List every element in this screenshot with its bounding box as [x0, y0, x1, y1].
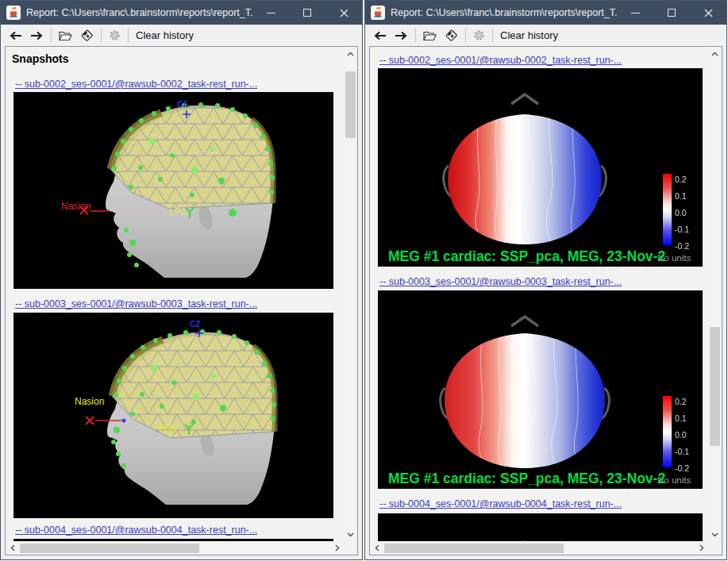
- close-icon: [340, 9, 349, 17]
- horizontal-scroll-thumb[interactable]: [384, 544, 564, 553]
- toolbar-separator: [415, 28, 416, 43]
- chevron-right-icon: [335, 544, 340, 551]
- link-sub-0004[interactable]: -- sub-0004_ses-0001/@rawsub-0004_task-r…: [379, 498, 622, 510]
- gear-icon: [109, 29, 121, 41]
- horizontal-scroll-thumb[interactable]: [20, 544, 199, 553]
- lpa-label: LPA: [169, 206, 187, 217]
- window-controls: [617, 1, 726, 25]
- maximize-icon: [668, 9, 676, 17]
- scroll-up-button[interactable]: [344, 47, 357, 60]
- back-arrow-icon: [373, 31, 387, 40]
- nasion-label: Nasion: [61, 201, 91, 212]
- svg-text:-0.1: -0.1: [675, 447, 689, 456]
- link-sub-0002[interactable]: -- sub-0002_ses-0001/@rawsub-0002_task-r…: [15, 79, 257, 90]
- toolbar: Clear history: [365, 25, 726, 46]
- svg-text:-0.1: -0.1: [675, 225, 689, 234]
- svg-text:0.2: 0.2: [675, 175, 687, 184]
- settings-button[interactable]: [469, 26, 489, 44]
- minimize-button[interactable]: [617, 1, 653, 25]
- maximize-button[interactable]: [653, 1, 690, 25]
- chevron-down-icon: [347, 532, 354, 537]
- vertical-scrollbar[interactable]: [344, 47, 357, 541]
- horizontal-scrollbar[interactable]: [6, 541, 344, 555]
- minimize-icon: [267, 13, 275, 13]
- chevron-left-icon: [375, 544, 379, 551]
- scalp-map: [448, 114, 602, 244]
- vertical-scrollbar[interactable]: [708, 47, 722, 541]
- back-button[interactable]: [369, 26, 391, 44]
- horizontal-scrollbar[interactable]: [370, 541, 708, 555]
- maximize-button[interactable]: [289, 1, 325, 25]
- scroll-down-button[interactable]: [708, 528, 722, 541]
- save-report-button[interactable]: [441, 26, 462, 44]
- scroll-right-button[interactable]: [695, 541, 708, 555]
- toolbar: Clear history: [1, 25, 362, 46]
- chevron-right-icon: [699, 544, 704, 551]
- open-folder-icon: [423, 30, 437, 41]
- svg-text:-0.2: -0.2: [675, 241, 689, 251]
- head-snapshot-sub-0002: CZ Nasion LPA: [13, 92, 333, 289]
- colorbar: [663, 174, 672, 245]
- head-snapshot-sub-0003: CZ Nasion LPA: [13, 313, 333, 518]
- forward-button[interactable]: [26, 26, 48, 44]
- settings-button[interactable]: [105, 26, 125, 44]
- scroll-down-button[interactable]: [344, 528, 357, 541]
- toolbar-separator: [101, 28, 102, 43]
- scroll-right-button[interactable]: [330, 541, 344, 555]
- minimize-button[interactable]: [252, 1, 289, 25]
- scrollbar-corner: [344, 541, 357, 555]
- java-app-icon: [6, 6, 21, 20]
- save-report-button[interactable]: [76, 26, 98, 44]
- nasion-point: [122, 419, 126, 423]
- cz-label: CZ: [190, 320, 200, 329]
- forward-arrow-icon: [30, 31, 44, 40]
- save-floppy-icon: [80, 29, 94, 42]
- forward-arrow-icon: [395, 31, 408, 40]
- page-title: Snapshots: [6, 47, 344, 65]
- gear-icon: [473, 29, 485, 41]
- svg-text:-0.2: -0.2: [675, 463, 689, 473]
- link-sub-0002[interactable]: -- sub-0002_ses-0001/@rawsub-0002_task-r…: [379, 55, 622, 67]
- window-title: Report: C:\Users\franc\.brainstorm\repor…: [391, 7, 617, 18]
- topography-snapshot-sub-0004-partial: [378, 513, 703, 541]
- scalp-map: [445, 333, 605, 468]
- close-button[interactable]: [325, 1, 362, 25]
- colorbar: [663, 396, 672, 467]
- window-title: Report: C:\Users\franc\.brainstorm\repor…: [26, 7, 252, 18]
- titlebar[interactable]: Report: C:\Users\franc\.brainstorm\repor…: [1, 1, 362, 25]
- scroll-left-button[interactable]: [370, 541, 383, 555]
- topo-caption: MEG #1 cardiac: SSP_pca, MEG, 23-Nov-2: [388, 471, 665, 486]
- open-report-button[interactable]: [419, 26, 441, 44]
- head-scene: [107, 329, 276, 505]
- window-controls: [252, 1, 362, 25]
- cz-label: CZ: [177, 100, 187, 109]
- clear-history-button[interactable]: Clear history: [500, 29, 558, 41]
- link-sub-0004[interactable]: -- sub-0004_ses-0001/@rawsub-0004_task-r…: [15, 524, 257, 536]
- open-report-button[interactable]: [55, 26, 76, 44]
- close-button[interactable]: [690, 1, 726, 25]
- back-button[interactable]: [5, 26, 26, 44]
- lpa-label: LPA: [159, 423, 176, 434]
- chevron-down-icon: [711, 532, 718, 537]
- report-viewport: Snapshots -- sub-0002_ses-0001/@rawsub-0…: [6, 47, 344, 541]
- toolbar-separator: [465, 28, 466, 43]
- link-sub-0003[interactable]: -- sub-0003_ses-0001/@rawsub-0003_task-r…: [379, 276, 622, 288]
- back-arrow-icon: [9, 31, 22, 40]
- scroll-left-button[interactable]: [6, 541, 19, 555]
- vertical-scroll-thumb[interactable]: [710, 327, 720, 446]
- svg-text:0.1: 0.1: [675, 413, 687, 423]
- vertical-scroll-thumb[interactable]: [345, 71, 356, 138]
- svg-text:0.0: 0.0: [675, 208, 687, 217]
- link-sub-0003[interactable]: -- sub-0003_ses-0001/@rawsub-0003_task-r…: [15, 298, 257, 310]
- report-window-2: Report: C:\Users\franc\.brainstorm\repor…: [364, 0, 727, 560]
- titlebar[interactable]: Report: C:\Users\franc\.brainstorm\repor…: [365, 1, 726, 25]
- clear-history-button[interactable]: Clear history: [136, 29, 194, 41]
- chevron-up-icon: [347, 52, 354, 56]
- topography-snapshot-sub-0002: 0.2 0.1 0.0 -0.1 -0.2 No units MEG #1 ca…: [378, 68, 703, 267]
- scroll-up-button[interactable]: [708, 47, 722, 60]
- head-snapshot-sub-0004-partial: [13, 539, 333, 541]
- report-window-1: Report: C:\Users\franc\.brainstorm\repor…: [0, 0, 363, 560]
- java-app-icon: [371, 6, 385, 20]
- forward-button[interactable]: [391, 26, 412, 44]
- chevron-up-icon: [711, 52, 718, 56]
